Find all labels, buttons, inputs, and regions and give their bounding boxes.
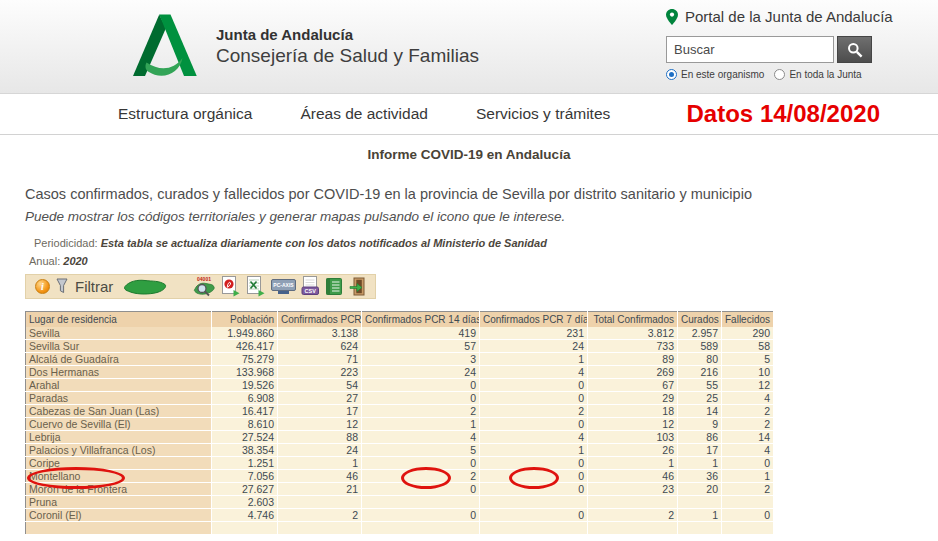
value-cell: 216: [678, 366, 722, 379]
value-cell: 1: [678, 457, 722, 470]
place-cell: Pruna: [26, 496, 212, 509]
search-input[interactable]: [666, 36, 834, 63]
filter-label[interactable]: Filtrar: [75, 278, 113, 295]
value-cell: 46: [588, 470, 678, 483]
value-cell: 4.746: [212, 509, 278, 522]
value-cell: [722, 522, 774, 535]
scope-this-radio[interactable]: [666, 69, 677, 80]
value-cell: 36: [678, 470, 722, 483]
scope-all-radio[interactable]: [774, 69, 785, 80]
value-cell: 0: [362, 509, 480, 522]
value-cell: 2: [722, 483, 774, 496]
table-row: Arahal19.5265400675512: [26, 379, 774, 392]
territory-codes-icon[interactable]: 04001: [192, 276, 216, 298]
pdf-export-icon[interactable]: [221, 276, 241, 297]
value-cell: 589: [678, 340, 722, 353]
value-cell: 24: [480, 340, 588, 353]
csv-export-icon[interactable]: CSV: [301, 276, 320, 297]
site-header: Junta de Andalucía Consejería de Salud y…: [0, 0, 938, 94]
pcaxis-label: PC-AXIS: [274, 282, 295, 288]
exit-icon[interactable]: [349, 277, 366, 297]
value-cell: [480, 496, 588, 509]
value-cell: [722, 496, 774, 509]
value-cell: 419: [362, 327, 480, 340]
table-subtitle: Casos confirmados, curados y fallecidos …: [25, 186, 752, 202]
col-fallecidos: Fallecidos: [722, 312, 774, 327]
table-row: Alcalá de Guadaíra75.279713189805: [26, 353, 774, 366]
place-cell: Coripe: [26, 457, 212, 470]
covid-table: Lugar de residencia Población Confirmado…: [25, 311, 774, 535]
table-row: Paradas6.908270029254: [26, 392, 774, 405]
value-cell: 624: [278, 340, 362, 353]
value-cell: 223: [278, 366, 362, 379]
value-cell: 2: [480, 405, 588, 418]
value-cell: 4: [722, 392, 774, 405]
place-cell: Arahal: [26, 379, 212, 392]
value-cell: 1: [480, 353, 588, 366]
value-cell: 4: [362, 431, 480, 444]
value-cell: 1: [480, 444, 588, 457]
value-cell: 1: [278, 457, 362, 470]
value-cell: 17: [678, 444, 722, 457]
table-row: Montellano7.056462046361: [26, 470, 774, 483]
value-cell: 0: [362, 457, 480, 470]
value-cell: 0: [480, 379, 588, 392]
value-cell: 1.251: [212, 457, 278, 470]
col-poblacion: Población: [212, 312, 278, 327]
table-row: [26, 522, 774, 535]
value-cell: 5: [722, 353, 774, 366]
place-cell: Sevilla Sur: [26, 340, 212, 353]
junta-de-andalucia-logo-icon: [124, 10, 202, 82]
place-cell: Dos Hermanas: [26, 366, 212, 379]
logo-link[interactable]: Junta de Andalucía Consejería de Salud y…: [124, 10, 479, 82]
value-cell: 88: [278, 431, 362, 444]
value-cell: 1: [678, 509, 722, 522]
value-cell: 16.417: [212, 405, 278, 418]
filter-funnel-icon[interactable]: [55, 278, 69, 295]
value-cell: 0: [722, 457, 774, 470]
andalucia-map-icon[interactable]: [122, 278, 168, 295]
table-row: Pruna2.603: [26, 496, 774, 509]
spreadsheet-icon[interactable]: [325, 277, 344, 297]
pcaxis-export-icon[interactable]: PC-AXIS: [271, 277, 296, 296]
value-cell: 46: [278, 470, 362, 483]
annual-label: Anual:: [29, 255, 60, 267]
value-cell: 103: [588, 431, 678, 444]
value-cell: 2: [362, 405, 480, 418]
value-cell: 3: [362, 353, 480, 366]
value-cell: [278, 496, 362, 509]
value-cell: 0: [362, 392, 480, 405]
nav-estructura-organica[interactable]: Estructura orgánica: [118, 105, 252, 123]
value-cell: [362, 522, 480, 535]
portal-link-label: Portal de la Junta de Andalucía: [685, 8, 893, 25]
value-cell: 0: [480, 392, 588, 405]
value-cell: 9: [678, 418, 722, 431]
place-cell: [26, 522, 212, 535]
value-cell: 4: [722, 444, 774, 457]
value-cell: 0: [480, 509, 588, 522]
csv-label: CSV: [305, 288, 317, 294]
excel-export-icon[interactable]: [246, 276, 266, 297]
value-cell: 2.957: [678, 327, 722, 340]
info-icon[interactable]: [35, 279, 50, 294]
value-cell: [362, 496, 480, 509]
place-cell: Palacios y Villafranca (Los): [26, 444, 212, 457]
value-cell: 89: [588, 353, 678, 366]
nav-areas-de-actividad[interactable]: Áreas de actividad: [300, 105, 428, 123]
value-cell: 67: [588, 379, 678, 392]
portal-link[interactable]: Portal de la Junta de Andalucía: [666, 8, 926, 25]
table-row: Morón de la Frontera27.627210023202: [26, 483, 774, 496]
search-button[interactable]: [837, 36, 872, 63]
value-cell: 2.603: [212, 496, 278, 509]
value-cell: 27.524: [212, 431, 278, 444]
col-confirmados-pcr-14-dias: Confirmados PCR 14 días: [362, 312, 480, 327]
value-cell: [212, 522, 278, 535]
value-cell: 27.627: [212, 483, 278, 496]
periodicity-text: Esta tabla se actualiza diariamente con …: [101, 237, 547, 249]
value-cell: 24: [362, 366, 480, 379]
value-cell: 71: [278, 353, 362, 366]
value-cell: 2: [588, 509, 678, 522]
value-cell: 26: [588, 444, 678, 457]
value-cell: 54: [278, 379, 362, 392]
nav-servicios-y-tramites[interactable]: Servicios y trámites: [476, 105, 610, 123]
